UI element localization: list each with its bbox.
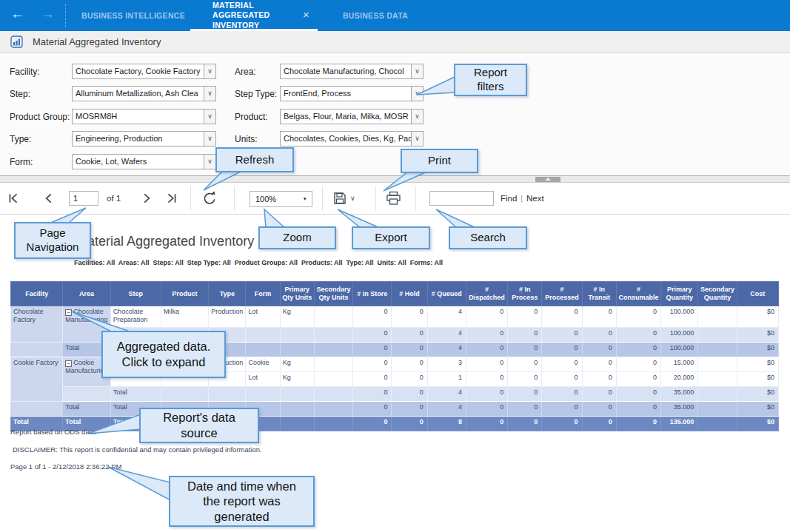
annotation-label: Search	[470, 231, 506, 245]
annotation-label: Print	[428, 154, 451, 168]
table-cell: Total	[110, 387, 161, 402]
find-next-divider: |	[520, 183, 523, 215]
table-cell: 100.000	[661, 306, 698, 328]
table-cell: 0	[582, 402, 616, 417]
previous-page-icon[interactable]	[43, 192, 55, 204]
dropdown-icon[interactable]: ∨	[204, 86, 216, 101]
data-source-note: Report based on ODS data.	[10, 428, 97, 436]
chart-icon	[10, 36, 23, 48]
step-filter-input[interactable]: Alluminum Metallization, Ash Clea	[72, 86, 204, 101]
table-cell: 0	[508, 372, 542, 387]
table-cell: 0	[542, 343, 582, 357]
table-cell: 0	[542, 357, 582, 372]
table-cell: 0	[466, 328, 507, 343]
table-cell: $0	[737, 387, 778, 402]
app-window: ← → BUSINESS INTELLIGENCE MATERIAL AGGRE…	[0, 0, 790, 532]
page-count-label: of 1	[107, 183, 121, 215]
product-filter-input[interactable]: Belgas, Flour, Maria, Milka, MOSR	[280, 109, 412, 124]
table-cell: 100.000	[661, 328, 698, 343]
panel-splitter[interactable]	[0, 175, 790, 183]
table-column-header: Step	[110, 282, 161, 306]
print-icon[interactable]	[386, 191, 401, 206]
search-input[interactable]	[429, 191, 494, 206]
step-type-filter-input[interactable]: FrontEnd, Process	[280, 86, 412, 101]
table-cell	[314, 357, 352, 372]
save-icon[interactable]	[333, 192, 347, 205]
table-cell: 0	[542, 402, 582, 417]
table-cell	[314, 372, 352, 387]
collapse-icon[interactable]: −	[65, 309, 72, 316]
filter-label: Type:	[10, 131, 72, 147]
page-number-input[interactable]	[69, 191, 98, 206]
table-cell: 0	[466, 372, 507, 387]
splitter-collapse-handle[interactable]	[535, 177, 560, 182]
dropdown-icon[interactable]: ∨	[204, 131, 216, 147]
zoom-select[interactable]: 100% ▼	[250, 191, 312, 207]
table-cell: 0	[508, 328, 542, 343]
type-filter-input[interactable]: Engineering, Production	[72, 131, 204, 147]
zoom-value: 100%	[255, 192, 276, 206]
dropdown-icon[interactable]: ∨	[411, 131, 424, 147]
table-cell: 0	[466, 387, 507, 402]
table-cell: 0	[542, 387, 582, 402]
filter-row-type: Type:Engineering, Production∨	[10, 131, 216, 147]
annotation-label: Refresh	[235, 153, 275, 167]
table-cell: 0	[582, 357, 616, 372]
forward-arrow-icon[interactable]: →	[41, 6, 55, 22]
next-page-icon[interactable]	[141, 192, 153, 204]
tab-material-aggregated-inventory[interactable]: MATERIAL AGGREGATED INVENTORY	[190, 0, 318, 31]
table-column-header: # Hold	[392, 282, 427, 306]
facility-filter-input[interactable]: Chocolate Factory, Cookie Factory	[72, 64, 204, 79]
annotation-label: Report's data source	[147, 410, 252, 440]
table-cell: 0	[616, 357, 660, 372]
table-cell: Lot	[246, 372, 280, 387]
table-column-header: # In Transit	[582, 282, 616, 306]
table-cell	[698, 343, 737, 357]
annotation-label: Zoom	[283, 231, 311, 245]
caret-down-icon: ▼	[303, 192, 307, 206]
table-cell: 0	[392, 417, 427, 431]
table-column-header: Type	[209, 282, 246, 306]
next-button[interactable]: Next	[526, 183, 544, 215]
collapse-up-icon	[545, 178, 551, 181]
table-cell: $0	[737, 343, 778, 357]
dropdown-icon[interactable]: ∨	[204, 109, 216, 124]
area-filter-input[interactable]: Chocolate Manufacturing, Chocol	[280, 64, 412, 79]
units-filter-input[interactable]: Chocolates, Cookies, Dies, Kg, Pac	[280, 131, 412, 147]
table-cell: Kg	[280, 357, 314, 372]
table-cell: 3	[427, 357, 466, 372]
form-filter-input[interactable]: Cookie, Lot, Wafers	[72, 154, 204, 169]
table-cell: 0	[616, 417, 660, 431]
close-icon[interactable]: ×	[303, 9, 309, 21]
dropdown-icon[interactable]: ∨	[204, 154, 216, 169]
table-cell: 0	[542, 417, 582, 431]
dropdown-icon[interactable]: ∨	[411, 109, 424, 124]
table-cell: 0	[466, 306, 507, 328]
dropdown-icon[interactable]: ∨	[411, 86, 424, 101]
tab-business-intelligence[interactable]: BUSINESS INTELLIGENCE	[74, 0, 193, 31]
table-cell: 8	[427, 417, 466, 431]
filter-label: Units:	[235, 131, 280, 147]
table-cell: 0	[582, 306, 616, 328]
table-column-header: Cost	[737, 282, 778, 306]
annotation-search: Search	[449, 226, 527, 249]
refresh-icon[interactable]	[201, 190, 218, 207]
collapse-icon[interactable]: −	[65, 360, 72, 367]
back-arrow-icon[interactable]: ←	[10, 6, 24, 22]
table-cell	[314, 306, 352, 328]
first-page-icon[interactable]	[7, 192, 19, 204]
filter-label: Step Type:	[235, 86, 280, 102]
annotation-generated-timestamp: Date and time when the report was genera…	[169, 476, 315, 527]
annotation-label: Aggregated data. Click to expand	[109, 339, 218, 369]
dropdown-icon[interactable]: ∨	[411, 64, 424, 79]
tab-label: BUSINESS INTELLIGENCE	[81, 11, 185, 20]
product-group-filter-input[interactable]: MOSRM8H	[72, 109, 204, 124]
table-column-header: # In Store	[353, 282, 392, 306]
table-column-header: Secondary Qty Units	[314, 282, 352, 306]
last-page-icon[interactable]	[166, 192, 178, 204]
dropdown-icon[interactable]: ∨	[204, 64, 216, 79]
save-caret-icon[interactable]: ∨	[350, 183, 355, 215]
find-button[interactable]: Find	[501, 183, 517, 215]
table-cell: 0	[616, 328, 660, 343]
tab-business-data[interactable]: BUSINESS DATA	[335, 0, 416, 31]
